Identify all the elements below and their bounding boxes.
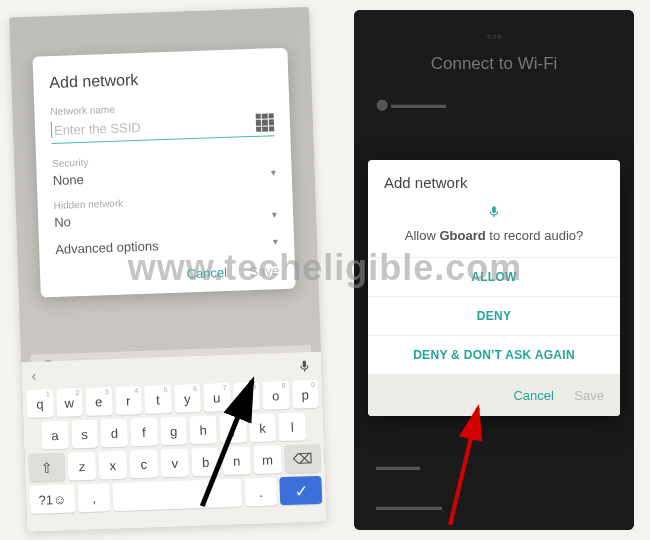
chevron-down-icon: ▾ [273, 236, 278, 247]
key-,[interactable]: , [78, 483, 111, 512]
cancel-button[interactable]: Cancel [513, 388, 553, 403]
key-x[interactable]: x [99, 451, 128, 480]
deny-button[interactable]: DENY [368, 296, 620, 335]
permission-message: Allow Gboard to record audio? [384, 228, 604, 243]
save-button: Save [249, 263, 279, 279]
advanced-options-row[interactable]: Advanced options ▾ [55, 234, 278, 257]
qr-scan-icon[interactable] [256, 113, 275, 132]
key-?1☺[interactable]: ?1☺ [29, 484, 75, 514]
save-button: Save [574, 388, 604, 403]
annotation-arrow-red [430, 400, 500, 530]
permission-dialog: Add network Allow Gboard to record audio… [368, 160, 620, 416]
key-w[interactable]: w2 [56, 388, 83, 417]
mic-icon[interactable] [297, 359, 311, 373]
dialog-title: Add network [368, 160, 620, 199]
mic-icon [384, 205, 604, 222]
svg-line-0 [179, 381, 276, 506]
key-⇧[interactable]: ⇧ [28, 453, 65, 482]
key-z[interactable]: z [68, 452, 97, 481]
security-dropdown[interactable]: None ▾ [53, 165, 276, 188]
wifi-icon: ◦◦◦ [487, 28, 502, 44]
cancel-button[interactable]: Cancel [186, 265, 227, 281]
key-d[interactable]: d [101, 419, 129, 448]
svg-line-1 [450, 408, 478, 525]
key-a[interactable]: a [41, 421, 69, 450]
dialog-title: Add network [49, 66, 272, 92]
ssid-input[interactable] [54, 115, 256, 137]
key-l[interactable]: l [278, 412, 306, 441]
chevron-down-icon: ▾ [272, 209, 277, 220]
key-r[interactable]: r4 [115, 386, 142, 415]
add-network-dialog: Add network Network name Security None ▾… [32, 48, 295, 298]
key-q[interactable]: q1 [26, 389, 53, 418]
key-s[interactable]: s [71, 420, 99, 449]
background-page-title: Connect to Wi-Fi [354, 54, 634, 74]
allow-button[interactable]: ALLOW [368, 257, 620, 296]
key-f[interactable]: f [130, 417, 158, 446]
keyboard-options-icon[interactable]: ‹ [31, 368, 36, 384]
chevron-down-icon: ▾ [270, 167, 275, 178]
deny-dont-ask-button[interactable]: DENY & DON'T ASK AGAIN [368, 335, 620, 374]
key-⌫[interactable]: ⌫ [284, 444, 321, 473]
key-p[interactable]: p0 [291, 380, 318, 409]
key-c[interactable]: c [129, 449, 158, 478]
key-e[interactable]: e3 [85, 387, 112, 416]
hidden-network-dropdown[interactable]: No ▾ [54, 207, 277, 230]
